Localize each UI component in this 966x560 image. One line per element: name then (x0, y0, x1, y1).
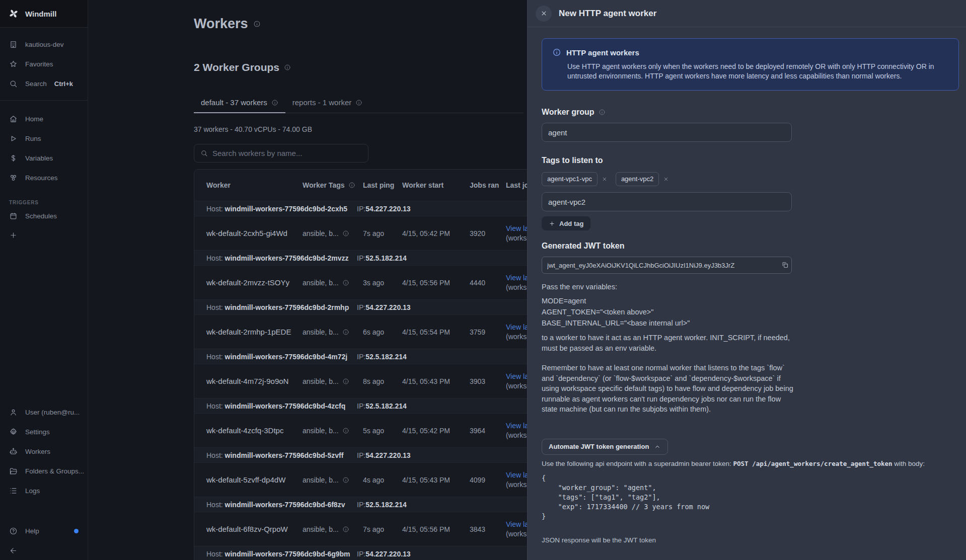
host-ip: 52.5.182.214 (365, 353, 407, 361)
worker-group-input[interactable] (542, 123, 792, 142)
host-name: windmill-workers-77596dc9bd-5zvff (225, 451, 344, 459)
host-ip: 54.227.220.13 (365, 303, 411, 311)
jwt-response-note: JSON response will be the JWT token (542, 536, 959, 544)
worker-name: wk-default-4zcfq-3Dtpc (206, 426, 303, 435)
gear-icon (9, 428, 18, 436)
search-workers-input[interactable] (212, 149, 362, 157)
info-icon[interactable] (342, 526, 349, 533)
sidebar-item-help[interactable]: Help (0, 521, 88, 541)
worker-tags: ansible, b... (303, 279, 339, 287)
new-tag-input[interactable] (542, 192, 792, 211)
info-icon[interactable] (342, 329, 349, 336)
worker-tags: ansible, b... (303, 229, 339, 237)
remove-tag-button[interactable] (663, 176, 669, 182)
windmill-logo-icon (8, 8, 19, 19)
info-icon[interactable] (342, 427, 349, 434)
help-notification-dot (74, 529, 79, 533)
help-icon (9, 527, 18, 535)
jobs-ran: 3920 (470, 229, 506, 237)
sidebar-item-logs[interactable]: Logs (0, 481, 88, 501)
info-icon[interactable] (342, 279, 349, 286)
add-tag-button[interactable]: Add tag (542, 216, 590, 230)
search-icon (9, 79, 18, 88)
host-ip: 54.227.220.13 (365, 550, 411, 558)
jobs-ran: 3964 (470, 427, 506, 435)
close-button[interactable] (536, 6, 552, 22)
last-ping: 6s ago (363, 328, 402, 336)
last-ping: 5s ago (363, 427, 402, 435)
info-icon[interactable] (342, 378, 349, 385)
sidebar-item-settings[interactable]: Settings (0, 422, 88, 442)
list-icon (9, 487, 18, 495)
last-ping: 7s ago (363, 229, 402, 237)
sidebar-item-label: Home (25, 115, 43, 123)
env-var-line: MODE=agent (542, 295, 959, 306)
last-ping: 7s ago (363, 525, 402, 533)
sidebar-item-label: Folders & Groups... (25, 467, 84, 475)
sidebar-item-resources[interactable]: Resources (0, 168, 88, 188)
close-icon (602, 176, 608, 182)
search-workers-box (194, 144, 368, 163)
info-icon[interactable] (355, 99, 362, 106)
copy-token-button[interactable] (781, 261, 789, 269)
info-icon[interactable] (342, 230, 349, 237)
host-ip: 52.5.182.214 (365, 254, 407, 262)
search-icon (200, 149, 208, 157)
automate-jwt-toggle[interactable]: Automate JWT token generation (542, 439, 668, 455)
sidebar-item-kautious-dev[interactable]: kautious-dev (0, 35, 88, 54)
sidebar-item-home[interactable]: Home (0, 109, 88, 129)
user-icon (9, 408, 18, 417)
column-header-jobs-ran: Jobs ran (470, 181, 506, 189)
remove-tag-button[interactable] (602, 176, 608, 182)
jobs-ran: 3903 (470, 377, 506, 385)
calendar-icon (9, 212, 18, 220)
sidebar-collapse-button[interactable] (0, 541, 88, 560)
home-icon (9, 115, 18, 123)
sidebar-nav-section: Home Runs Variables Resources (0, 101, 88, 188)
info-icon[interactable] (599, 109, 606, 116)
worker-name: wk-default-4m72j-9o9oN (206, 377, 303, 385)
sidebar-item-label: Resources (25, 174, 58, 182)
host-name: windmill-workers-77596dc9bd-4zcfq (225, 402, 346, 410)
host-name: windmill-workers-77596dc9bd-2rmhp (225, 303, 349, 311)
drawer-title: New HTTP agent worker (559, 9, 656, 19)
copy-icon (781, 261, 789, 269)
worker-start: 4/15, 05:42 PM (402, 427, 470, 435)
sidebar: Windmill kautious-dev Favorites Search C… (0, 0, 88, 560)
jwt-token-input[interactable] (542, 257, 792, 274)
info-icon[interactable] (253, 20, 261, 28)
tab-label: reports - 1 worker (292, 98, 352, 107)
sidebar-item-schedules[interactable]: Schedules (0, 206, 88, 226)
tab-reports-1-worker[interactable]: reports - 1 worker (285, 94, 370, 113)
sidebar-item-folders-groups[interactable]: Folders & Groups... (0, 461, 88, 481)
close-icon (663, 176, 669, 182)
last-ping: 8s ago (363, 377, 402, 385)
sidebar-item-variables[interactable]: Variables (0, 148, 88, 168)
worker-name: wk-default-5zvff-dp4dW (206, 475, 303, 484)
host-name: windmill-workers-77596dc9bd-4m72j (225, 353, 348, 361)
info-icon[interactable] (284, 64, 291, 71)
http-agent-workers-infobox: HTTP agent workers Use HTTP agent worker… (542, 38, 959, 91)
close-icon (540, 10, 548, 17)
sidebar-item-user-ruben-ru[interactable]: User (ruben@ru... (0, 403, 88, 422)
tab-default-37-workers[interactable]: default - 37 workers (194, 94, 285, 113)
plus-icon (549, 220, 555, 227)
play-icon (9, 134, 18, 143)
automate-jwt-label: Automate JWT token generation (549, 443, 649, 450)
info-icon[interactable] (271, 99, 278, 106)
sidebar-item-favorites[interactable]: Favorites (0, 54, 88, 74)
sidebar-add-button[interactable] (0, 226, 88, 244)
folder-icon (9, 467, 18, 475)
sidebar-item-label: Search (25, 80, 47, 88)
sidebar-item-search[interactable]: Search Ctrl+k (0, 74, 88, 94)
triggers-section-label: TRIGGERS (9, 200, 88, 205)
sidebar-item-workers[interactable]: Workers (0, 442, 88, 461)
sidebar-item-label: Variables (25, 154, 53, 162)
sidebar-spacer (0, 244, 88, 403)
info-icon[interactable] (348, 182, 355, 189)
sidebar-item-label: Favorites (25, 60, 53, 68)
sidebar-item-runs[interactable]: Runs (0, 129, 88, 148)
infobox-title: HTTP agent workers (566, 48, 639, 57)
info-icon[interactable] (342, 476, 349, 484)
app-logo[interactable]: Windmill (0, 0, 88, 28)
